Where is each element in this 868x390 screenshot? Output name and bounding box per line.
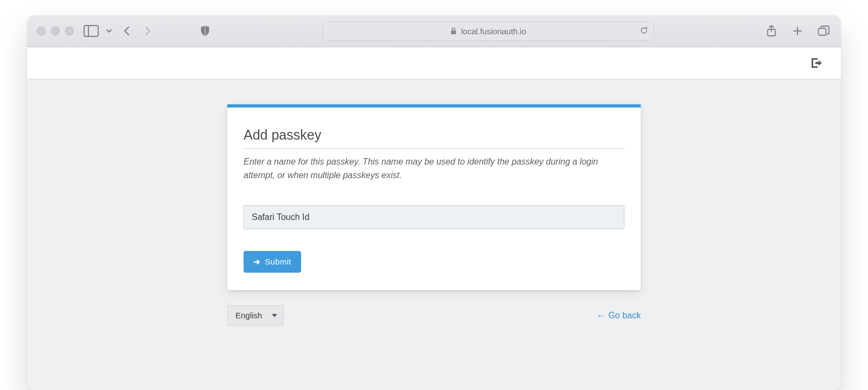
browser-titlebar: local.fusionauth.io <box>27 15 841 47</box>
lock-icon <box>450 27 457 35</box>
logout-button[interactable] <box>812 58 822 68</box>
minimize-window-dot[interactable] <box>51 27 60 35</box>
nav-forward-button[interactable] <box>140 23 155 39</box>
address-bar-container: local.fusionauth.io <box>222 21 754 41</box>
sidebar-menu-button[interactable] <box>104 23 114 39</box>
reload-icon <box>640 26 648 35</box>
reload-button[interactable] <box>640 26 648 36</box>
toolbar-right-group <box>764 23 831 39</box>
go-back-label: Go back <box>608 311 641 320</box>
nav-back-button[interactable] <box>119 23 135 39</box>
arrow-right-icon: ➔ <box>253 257 260 267</box>
logout-icon <box>812 58 822 68</box>
browser-window: local.fusionauth.io <box>27 15 841 390</box>
zoom-window-dot[interactable] <box>65 27 74 35</box>
arrow-left-icon: ← <box>596 311 605 320</box>
below-card-row: English ← Go back <box>227 305 641 326</box>
svg-rect-2 <box>819 28 826 35</box>
privacy-report-button[interactable] <box>197 23 213 39</box>
submit-button[interactable]: ➔ Submit <box>244 251 301 273</box>
page-content: Add passkey Enter a name for this passke… <box>27 79 841 390</box>
sidebar-icon <box>84 25 99 37</box>
helper-text: Enter a name for this passkey. This name… <box>244 155 624 183</box>
chevron-down-icon <box>106 28 112 34</box>
submit-button-label: Submit <box>265 257 291 266</box>
plus-icon <box>792 26 803 36</box>
share-icon <box>767 25 776 37</box>
chevron-right-icon <box>143 26 152 36</box>
content-stack: Add passkey Enter a name for this passke… <box>227 104 641 390</box>
page-title: Add passkey <box>244 127 624 149</box>
close-window-dot[interactable] <box>37 27 46 35</box>
go-back-link[interactable]: ← Go back <box>596 311 641 320</box>
shield-icon <box>200 26 210 36</box>
share-button[interactable] <box>764 23 779 39</box>
passkey-name-input[interactable] <box>244 205 624 229</box>
language-select[interactable]: English <box>227 305 284 326</box>
chevron-left-icon <box>123 26 131 36</box>
add-passkey-card: Add passkey Enter a name for this passke… <box>227 104 641 290</box>
svg-rect-0 <box>451 30 456 34</box>
toolbar-left-group <box>84 23 155 39</box>
tabs-icon <box>818 26 829 36</box>
language-select-wrap: English <box>227 305 284 326</box>
address-bar[interactable]: local.fusionauth.io <box>322 21 654 41</box>
window-controls <box>37 27 74 35</box>
sidebar-toggle-button[interactable] <box>84 23 99 39</box>
new-tab-button[interactable] <box>790 23 805 39</box>
address-bar-text: local.fusionauth.io <box>461 27 526 36</box>
tab-overview-button[interactable] <box>816 23 831 39</box>
app-header <box>27 47 841 79</box>
